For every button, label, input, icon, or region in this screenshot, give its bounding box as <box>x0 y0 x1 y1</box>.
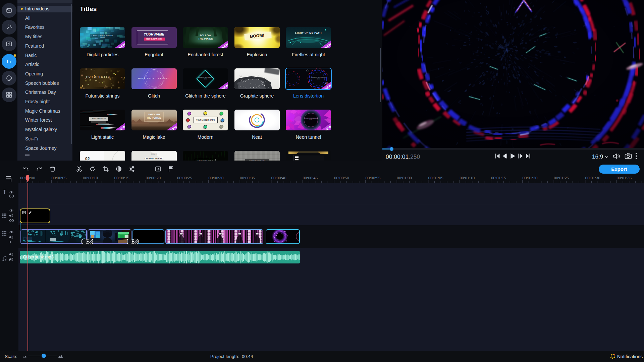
svg-text:T: T <box>6 58 9 64</box>
svg-text:T: T <box>10 60 12 64</box>
